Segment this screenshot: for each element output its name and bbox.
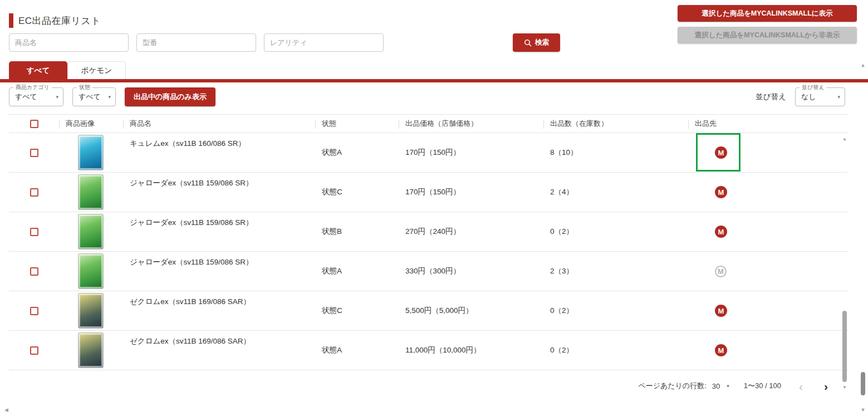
product-name: ジャローダex（sv11B 159/086 SR） [123,252,315,291]
sort-area: 並び替え 並び替え なし ▾ [756,87,845,106]
row-checkbox[interactable] [30,149,38,157]
card-thumbnail [78,174,104,210]
product-price: 170円（150円） [399,133,543,172]
product-name: ゼクロムex（sv11B 169/086 SAR） [123,331,315,370]
table-scrollbar: ▲ ▼ [842,136,847,390]
product-quantity: 0（2） [543,331,688,370]
product-name: ジャローダex（sv11B 159/086 SR） [123,173,315,212]
scroll-up-icon[interactable]: ▲ [859,62,867,68]
destination-badge[interactable]: M [715,186,727,198]
product-condition: 状態B [315,212,399,251]
column-header-price: 出品価格（店舗価格） [399,115,543,133]
destination-badge[interactable]: M [715,266,727,277]
page-range-text: 1〜30 / 100 [744,381,781,391]
filter-row: 商品カテゴリ すべて ▾ 状態 すべて ▾ 出品中の商品のみ表示 [9,87,215,106]
sort-text: 並び替え [756,92,786,102]
table-row: ゼクロムex（sv11B 169/086 SAR） 状態C 5,500円（5,0… [9,291,848,331]
table-body: キュレムex（sv11B 160/086 SR） 状態A 170円（150円） … [9,133,848,370]
scroll-down-icon[interactable]: ▼ [842,385,847,390]
product-name: キュレムex（sv11B 160/086 SR） [123,133,315,172]
tab-pokemon[interactable]: ポケモン [67,61,126,79]
scroll-left-icon[interactable]: ◀ [4,407,8,413]
chevron-down-icon: ▾ [56,94,58,100]
destination-cell: M [688,212,848,251]
column-header-name: 商品名 [123,115,315,133]
search-button-label: 検索 [535,38,549,47]
card-thumbnail [78,135,104,170]
table-header-row: 商品画像 商品名 状態 出品価格（店舗価格） 出品数（在庫数） 出品先 [9,114,848,133]
product-name-input[interactable] [9,33,129,52]
row-checkbox[interactable] [30,307,38,315]
row-checkbox-cell [9,252,59,291]
category-select-value: すべて [15,92,37,102]
category-select-label: 商品カテゴリ [13,84,52,91]
row-image-cell [59,291,123,330]
card-thumbnail [78,332,104,368]
tab-all[interactable]: すべて [9,61,67,79]
model-number-input[interactable] [136,33,256,52]
row-checkbox[interactable] [30,267,38,276]
title-accent-bar [9,13,13,28]
scroll-down-icon[interactable]: ▼ [859,407,867,413]
page-header: EC出品在庫リスト [9,13,101,28]
scroll-up-icon[interactable]: ▲ [842,136,847,141]
product-quantity: 0（2） [543,212,688,251]
show-on-mall-button[interactable]: 選択した商品をMYCALINKSMALLに表示 [678,5,857,22]
hide-from-mall-button[interactable]: 選択した商品をMYCALINKSMALLから非表示 [678,27,857,43]
pagination-footer: ページあたりの行数: 30 ▾ 1〜30 / 100 ‹ › [638,374,831,398]
row-image-cell [59,133,123,172]
row-checkbox[interactable] [30,228,38,236]
product-condition: 状態A [315,133,399,172]
destination-badge[interactable]: M [715,344,727,356]
product-quantity: 2（3） [543,252,688,291]
sort-select-label: 並び替え [800,84,826,91]
table-header-checkbox-cell [9,115,59,133]
card-thumbnail [78,293,104,329]
destination-badge[interactable]: M [715,146,727,159]
destination-cell: M [688,291,848,330]
destination-cell: M [688,133,848,172]
tab-accent-bar [0,79,868,82]
product-quantity: 2（4） [543,173,688,212]
product-condition: 状態A [315,331,399,370]
rows-per-page-select[interactable]: 30 ▾ [712,382,729,390]
row-image-cell [59,252,123,291]
product-price: 11,000円（10,000円） [399,331,543,370]
row-image-cell [59,173,123,212]
search-button[interactable]: 検索 [513,33,560,52]
chevron-down-icon: ▾ [837,94,840,100]
condition-select-value: すべて [79,92,101,102]
product-condition: 状態A [315,252,399,291]
card-thumbnail [78,253,104,289]
previous-page-button[interactable]: ‹ [796,380,806,392]
page-scrollbar-thumb[interactable] [861,372,865,395]
category-select[interactable]: 商品カテゴリ すべて ▾ [9,87,63,106]
table-scrollbar-thumb[interactable] [842,311,847,382]
condition-select[interactable]: 状態 すべて ▾ [72,87,116,106]
row-checkbox[interactable] [30,188,38,197]
column-header-quantity: 出品数（在庫数） [543,115,688,133]
product-condition: 状態C [315,291,399,330]
destination-badge[interactable]: M [715,305,727,317]
sort-select-value: なし [801,92,816,102]
listed-only-button[interactable]: 出品中の商品のみ表示 [125,87,215,106]
table-row: キュレムex（sv11B 160/086 SR） 状態A 170円（150円） … [9,133,848,173]
column-header-image: 商品画像 [59,115,123,133]
table-row: ジャローダex（sv11B 159/086 SR） 状態C 170円（150円）… [9,173,848,212]
row-image-cell [59,212,123,251]
table-row: ゼクロムex（sv11B 169/086 SAR） 状態A 11,000円（10… [9,331,848,370]
sort-select[interactable]: 並び替え なし ▾ [795,87,845,106]
destination-cell: M [688,173,848,212]
page-title: EC出品在庫リスト [18,14,101,27]
destination-badge[interactable]: M [715,226,727,238]
destination-cell: M [688,252,848,291]
category-tabs: すべて ポケモン [9,61,126,79]
table-row: ジャローダex（sv11B 159/086 SR） 状態A 330円（300円）… [9,252,848,291]
row-checkbox[interactable] [30,346,38,355]
search-icon [524,39,532,47]
select-all-checkbox[interactable] [30,120,38,128]
row-image-cell [59,331,123,370]
next-page-button[interactable]: › [821,380,831,392]
product-price: 330円（300円） [399,252,543,291]
rarity-input[interactable] [264,33,384,52]
